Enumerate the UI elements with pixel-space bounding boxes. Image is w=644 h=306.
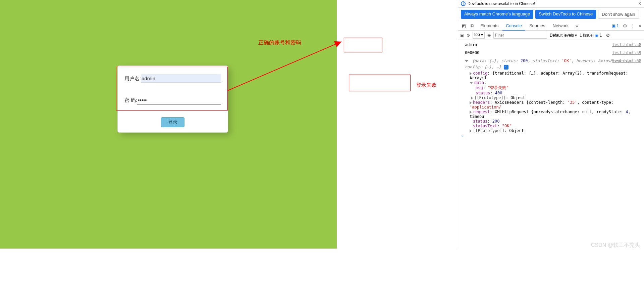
switch-language-button[interactable]: Switch DevTools to Chinese bbox=[535, 10, 596, 19]
tree-row: msg: "登录失败" bbox=[470, 85, 644, 91]
tree-row[interactable]: [[Prototype]]: Object bbox=[470, 128, 644, 133]
console-object-row[interactable]: {data: {…}, status: 200, statusText: 'OK… bbox=[458, 58, 644, 71]
tree-row[interactable]: [[Prototype]]: Object bbox=[470, 95, 644, 100]
devtools-close-icon[interactable]: × bbox=[637, 23, 643, 29]
annotation-box-logs bbox=[344, 38, 382, 52]
live-expression-icon[interactable]: ◉ bbox=[487, 33, 491, 38]
expand-toggle-icon[interactable] bbox=[470, 111, 472, 114]
infobar-text: DevTools is now available in Chinese! bbox=[468, 1, 535, 6]
console-log-area: admin test.html:58 000000 test.html:59 t… bbox=[458, 40, 644, 139]
login-button[interactable]: 登录 bbox=[161, 117, 184, 127]
tabs-more-icon[interactable]: » bbox=[573, 23, 581, 29]
tree-row[interactable]: data: bbox=[470, 80, 644, 85]
clear-console-icon[interactable]: ⊘ bbox=[467, 33, 470, 38]
annotation-login-failed: 登录失败 bbox=[416, 82, 436, 88]
annotation-box-form bbox=[116, 67, 228, 111]
language-buttons-row: Always match Chrome's language Switch De… bbox=[458, 8, 644, 21]
devtools-tabbar: ◩ ⧉ Elements Console Sources Network » ▣… bbox=[458, 21, 644, 31]
issues-chip[interactable]: ▣ 1 bbox=[610, 24, 621, 28]
watermark-text: CSDN @软工不秃头 bbox=[591, 242, 640, 249]
info-badge-icon[interactable]: i bbox=[504, 65, 508, 70]
expand-toggle-icon[interactable] bbox=[470, 72, 472, 75]
log-text: 000000 bbox=[460, 50, 479, 56]
annotation-box-data bbox=[349, 75, 411, 91]
annotation-correct-credentials: 正确的账号和密码 bbox=[258, 39, 301, 46]
console-toolbar: ▣ ⊘ top ▾ ◉ Default levels ▾ 1 Issue: ▣ … bbox=[458, 31, 644, 40]
expand-toggle-icon[interactable] bbox=[471, 96, 473, 100]
settings-gear-icon[interactable]: ⚙ bbox=[622, 23, 629, 29]
tree-row: status: 200 bbox=[470, 119, 644, 124]
devtools-infobar: i DevTools is now available in Chinese! … bbox=[458, 0, 644, 8]
console-log-row: admin test.html:58 bbox=[458, 41, 644, 49]
console-log-row: 000000 test.html:59 bbox=[458, 49, 644, 57]
tab-sources[interactable]: Sources bbox=[526, 21, 549, 31]
match-language-button[interactable]: Always match Chrome's language bbox=[461, 10, 533, 19]
tab-network[interactable]: Network bbox=[549, 21, 572, 31]
expand-toggle-icon[interactable] bbox=[470, 101, 472, 104]
page-content: 用户名: 密 码: 登录 bbox=[0, 0, 337, 249]
object-tree: config: {transitional: {…}, adapter: Arr… bbox=[458, 71, 644, 133]
dont-show-again-button[interactable]: Don't show again bbox=[598, 10, 639, 19]
console-prompt[interactable]: › bbox=[458, 133, 644, 139]
tree-row[interactable]: config: {transitional: {…}, adapter: Arr… bbox=[470, 71, 644, 80]
object-summary: {data: {…}, status: 200, statusText: 'OK… bbox=[465, 58, 630, 69]
sidebar-toggle-icon[interactable]: ▣ bbox=[460, 33, 464, 38]
expand-toggle-icon[interactable] bbox=[470, 82, 473, 84]
tab-elements[interactable]: Elements bbox=[477, 21, 502, 31]
source-link[interactable]: test.html:58 bbox=[612, 42, 641, 48]
source-link[interactable]: test.html:59 bbox=[612, 50, 641, 56]
tab-console[interactable]: Console bbox=[502, 21, 525, 31]
console-settings-icon[interactable]: ⚙ bbox=[604, 33, 611, 38]
device-toggle-icon[interactable]: ⧉ bbox=[468, 23, 476, 29]
info-icon: i bbox=[461, 1, 466, 6]
expand-toggle-icon[interactable] bbox=[465, 60, 468, 62]
issues-indicator[interactable]: 1 Issue: ▣ 1 bbox=[580, 33, 602, 38]
devtools-panel: i DevTools is now available in Chinese! … bbox=[458, 0, 644, 249]
infobar-close-icon[interactable]: × bbox=[638, 1, 641, 7]
tree-row: status: 400 bbox=[470, 91, 644, 95]
kebab-menu-icon[interactable]: ⋮ bbox=[629, 23, 637, 29]
tree-row[interactable]: request: XMLHttpRequest {onreadystatecha… bbox=[470, 110, 644, 119]
tree-row: statusText: "OK" bbox=[470, 124, 644, 128]
tree-row[interactable]: headers: AxiosHeaders {content-length: '… bbox=[470, 100, 644, 110]
inspect-icon[interactable]: ◩ bbox=[460, 23, 468, 29]
context-select[interactable]: top ▾ bbox=[473, 32, 485, 39]
expand-toggle-icon[interactable] bbox=[470, 129, 472, 133]
log-levels-select[interactable]: Default levels ▾ bbox=[550, 33, 577, 38]
log-text: admin bbox=[460, 42, 477, 48]
console-filter-input[interactable] bbox=[493, 32, 547, 39]
